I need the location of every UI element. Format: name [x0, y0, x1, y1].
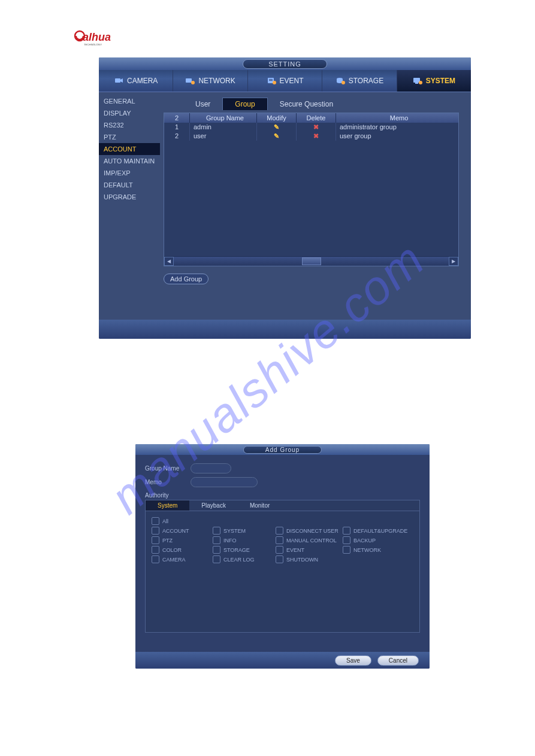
authority-grid: All ACCOUNT SYSTEM DISCONNECT USER DEFAU… [146, 511, 419, 571]
checkbox-camera[interactable]: CAMERA [152, 555, 213, 563]
groupname-label: Group Name [145, 465, 186, 472]
sidebar-item-automaintain[interactable]: AUTO MAINTAIN [99, 155, 160, 167]
scroll-left-icon[interactable]: ◀ [164, 257, 174, 266]
tab-camera[interactable]: CAMERA [99, 70, 173, 92]
checkbox-icon[interactable] [152, 536, 159, 544]
checkbox-storage[interactable]: STORAGE [213, 546, 276, 554]
checkbox-icon[interactable] [276, 527, 283, 535]
col-count: 2 [164, 113, 190, 123]
cell-memo: administrator group [336, 123, 458, 132]
subtab-secure-question[interactable]: Secure Question [268, 98, 345, 110]
sidebar-item-account[interactable]: ACCOUNT [99, 143, 160, 155]
svg-rect-14 [415, 83, 418, 84]
checkbox-ptz[interactable]: PTZ [152, 536, 213, 544]
subtab-user[interactable]: User [183, 98, 222, 110]
sidebar-item-rs232[interactable]: RS232 [99, 119, 160, 131]
checkbox-icon[interactable] [343, 536, 350, 544]
add-group-button[interactable]: Add Group [164, 274, 208, 284]
window-title: SETTING [243, 59, 327, 69]
checkbox-clear-log[interactable]: CLEAR LOG [213, 555, 276, 563]
tab-system[interactable]: SYSTEM [397, 70, 471, 92]
svg-rect-9 [269, 80, 273, 81]
checkbox-info[interactable]: INFO [213, 536, 276, 544]
brand-logo: alhua TECHNOLOGY [74, 30, 115, 47]
checkbox-backup[interactable]: BACKUP [343, 536, 413, 544]
svg-point-15 [419, 81, 422, 84]
tab-network[interactable]: NETWORK [173, 70, 247, 92]
svg-point-12 [341, 81, 345, 84]
tab-label: SYSTEM [426, 77, 455, 85]
checkbox-icon[interactable] [343, 546, 350, 554]
table-row[interactable]: 2 user ✎ ✖ user group [164, 132, 458, 141]
checkbox-all[interactable]: All [152, 517, 213, 525]
checkbox-icon[interactable] [343, 527, 350, 535]
table-header: 2 Group Name Modify Delete Memo [164, 113, 458, 123]
checkbox-icon[interactable] [213, 546, 220, 554]
save-button[interactable]: Save [335, 655, 371, 666]
dialog-title: Add Group [243, 446, 322, 454]
checkbox-icon[interactable] [276, 546, 283, 554]
sidebar-item-upgrade[interactable]: UPGRADE [99, 191, 160, 203]
authtab-playback[interactable]: Playback [189, 500, 238, 511]
tab-label: CAMERA [127, 77, 158, 85]
checkbox-network[interactable]: NETWORK [343, 546, 413, 554]
authority-panel: System Playback Monitor All ACCOUNT SYST… [145, 500, 420, 633]
checkbox-icon[interactable] [152, 517, 159, 525]
authtab-system[interactable]: System [146, 500, 189, 511]
checkbox-icon[interactable] [152, 546, 159, 554]
add-group-dialog: Add Group Group Name Memo Authority Syst… [135, 444, 430, 669]
svg-marker-4 [120, 78, 123, 83]
delete-icon[interactable]: ✖ [313, 132, 319, 139]
checkbox-icon[interactable] [213, 555, 220, 563]
svg-point-6 [191, 81, 195, 84]
sidebar-item-default[interactable]: DEFAULT [99, 179, 160, 191]
authtab-monitor[interactable]: Monitor [238, 500, 282, 511]
memo-label: Memo [145, 479, 186, 485]
checkbox-icon[interactable] [213, 527, 220, 535]
checkbox-icon[interactable] [152, 527, 159, 535]
sidebar-item-ptz[interactable]: PTZ [99, 131, 160, 143]
edit-icon[interactable]: ✎ [274, 123, 279, 130]
svg-rect-8 [269, 79, 273, 80]
edit-icon[interactable]: ✎ [274, 132, 279, 139]
authority-label: Authority [145, 492, 420, 499]
checkbox-disconnect-user[interactable]: DISCONNECT USER [276, 527, 343, 535]
sidebar-item-display[interactable]: DISPLAY [99, 107, 160, 119]
dialog-title-bar: Add Group [135, 444, 430, 455]
horizontal-scrollbar[interactable]: ◀ ▶ [164, 256, 458, 266]
checkbox-icon[interactable] [213, 536, 220, 544]
checkbox-color[interactable]: COLOR [152, 546, 213, 554]
svg-point-10 [273, 81, 276, 84]
col-delete: Delete [297, 113, 336, 123]
tab-label: NETWORK [198, 77, 235, 85]
groupname-input[interactable] [191, 463, 231, 473]
checkbox-event[interactable]: EVENT [276, 546, 343, 554]
sidebar-item-general[interactable]: GENERAL [99, 95, 160, 107]
checkbox-icon[interactable] [276, 555, 283, 563]
svg-text:alhua: alhua [83, 31, 111, 43]
svg-rect-5 [186, 78, 192, 83]
sidebar: GENERAL DISPLAY RS232 PTZ ACCOUNT AUTO M… [99, 92, 160, 320]
checkbox-icon[interactable] [152, 555, 159, 563]
cell-idx: 2 [164, 132, 190, 141]
subtab-group[interactable]: Group [222, 98, 267, 110]
tab-storage[interactable]: STORAGE [322, 70, 397, 92]
checkbox-manual-control[interactable]: MANUAL CONTROL [276, 536, 343, 544]
memo-input[interactable] [191, 477, 258, 487]
sidebar-item-impexp[interactable]: IMP/EXP [99, 167, 160, 179]
checkbox-default-upgrade[interactable]: DEFAULT&UPGRADE [343, 527, 413, 535]
checkbox-system[interactable]: SYSTEM [213, 527, 276, 535]
checkbox-icon[interactable] [276, 536, 283, 544]
tab-event[interactable]: EVENT [248, 70, 322, 92]
cancel-button[interactable]: Cancel [377, 655, 419, 666]
authority-tabs: System Playback Monitor [146, 500, 419, 511]
checkbox-account[interactable]: ACCOUNT [152, 527, 213, 535]
checkbox-shutdown[interactable]: SHUTDOWN [276, 555, 343, 563]
scrollbar-thumb[interactable] [302, 257, 321, 265]
scroll-right-icon[interactable]: ▶ [449, 257, 458, 266]
col-modify: Modify [257, 113, 297, 123]
table-row[interactable]: 1 admin ✎ ✖ administrator group [164, 123, 458, 132]
delete-icon[interactable]: ✖ [313, 123, 319, 130]
network-icon [185, 77, 195, 85]
cell-name: admin [190, 123, 257, 132]
